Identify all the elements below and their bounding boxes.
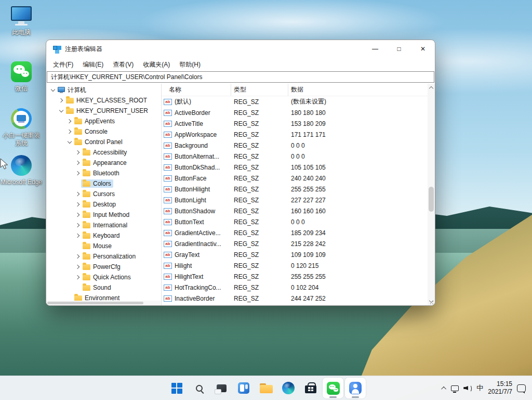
menu-item-v[interactable]: 查看(V) — [108, 58, 138, 71]
task-view-button[interactable] — [211, 378, 232, 398]
maximize-button[interactable]: □ — [387, 40, 411, 58]
menu-item-e[interactable]: 编辑(E) — [78, 58, 108, 71]
start-button[interactable] — [166, 378, 187, 398]
tree-item-keyboard[interactable]: Keyboard — [46, 230, 161, 241]
registry-value-row-inactiveborder[interactable]: abInactiveBorderREG_SZ244 247 252 — [162, 293, 428, 304]
chevron-right-icon[interactable] — [74, 224, 81, 227]
wechat-button[interactable] — [323, 378, 343, 398]
chevron-right-icon[interactable] — [74, 234, 81, 237]
chevron-right-icon[interactable] — [74, 255, 81, 258]
chevron-right-icon[interactable] — [74, 172, 81, 175]
title-bar[interactable]: 注册表编辑器 — □ ✕ — [46, 40, 435, 58]
registry-value-row-gradientinactiv[interactable]: abGradientInactiv...REG_SZ215 228 242 — [162, 238, 428, 249]
file-explorer-button[interactable] — [256, 378, 276, 398]
registry-value-row-buttonhilight[interactable]: abButtonHilightREG_SZ255 255 255 — [162, 184, 428, 195]
registry-value-row-gradientactive[interactable]: abGradientActive...REG_SZ185 209 234 — [162, 227, 428, 238]
widgets-button[interactable] — [233, 378, 254, 398]
registry-value-row-buttondkshad[interactable]: abButtonDkShad...REG_SZ105 105 105 — [162, 162, 428, 173]
chevron-right-icon[interactable] — [74, 192, 81, 196]
tree-item-hkey-classes-root[interactable]: HKEY_CLASSES_ROOT — [46, 95, 161, 106]
menu-item-f[interactable]: 文件(F) — [48, 58, 78, 71]
value-type: REG_SZ — [231, 164, 288, 171]
chevron-right-icon[interactable] — [74, 203, 81, 206]
registry-value-row-activeborder[interactable]: abActiveBorderREG_SZ180 180 180 — [162, 107, 428, 118]
registry-value-row-buttonalternat[interactable]: abButtonAlternat...REG_SZ0 0 0 — [162, 151, 428, 162]
tree-item-appearance[interactable]: Appearance — [46, 158, 161, 168]
column-header-name[interactable]: 名称 — [162, 84, 231, 96]
tree-item-international[interactable]: International — [46, 220, 161, 230]
menu-item-h[interactable]: 帮助(H) — [175, 58, 205, 71]
registry-value-row-node[interactable]: ab(默认)REG_SZ(数值未设置) — [162, 96, 428, 107]
tray-date: 2021/7/7 — [488, 388, 512, 396]
column-header-data[interactable]: 数据 — [288, 84, 428, 96]
chevron-right-icon[interactable] — [74, 265, 81, 268]
tree-item-mouse[interactable]: Mouse — [46, 241, 161, 251]
chevron-right-icon[interactable] — [58, 99, 64, 102]
tree-item-sound[interactable]: Sound — [46, 282, 161, 293]
chevron-down-icon[interactable] — [58, 110, 64, 112]
address-bar[interactable]: 计算机\HKEY_CURRENT_USER\Control Panel\Colo… — [47, 71, 434, 83]
registry-value-row-hilighttext[interactable]: abHilightTextREG_SZ255 255 255 — [162, 271, 428, 282]
reg-sz-string-icon: ab — [164, 175, 172, 182]
tree-item-cursors[interactable]: Cursors — [46, 189, 161, 199]
tree-item-input-method[interactable]: Input Method — [46, 210, 161, 220]
chevron-right-icon[interactable] — [66, 120, 73, 123]
scroll-up-icon[interactable] — [429, 86, 433, 91]
registry-value-row-hilight[interactable]: abHilightREG_SZ0 120 215 — [162, 260, 428, 271]
volume-icon[interactable] — [463, 384, 472, 392]
search-button[interactable] — [189, 378, 209, 398]
tree-item-powercfg[interactable]: PowerCfg — [46, 262, 161, 272]
clock[interactable]: 15:15 2021/7/7 — [488, 380, 512, 396]
tree-item-personalization[interactable]: Personalization — [46, 251, 161, 262]
horizontal-scrollbar[interactable] — [46, 301, 161, 305]
registry-value-row-background[interactable]: abBackgroundREG_SZ0 0 0 — [162, 140, 428, 151]
chevron-right-icon[interactable] — [74, 213, 81, 216]
wecom-button[interactable] — [345, 378, 366, 398]
registry-value-row-buttonlight[interactable]: abButtonLightREG_SZ227 227 227 — [162, 195, 428, 205]
chevron-right-icon[interactable] — [74, 276, 81, 279]
desktop-icon-xiaobai-reinstall[interactable]: 小白一键重装系统 — [0, 107, 43, 147]
notification-center-icon[interactable] — [517, 384, 526, 392]
resize-grip[interactable] — [428, 299, 433, 304]
tree-item-node[interactable]: 计算机 — [46, 85, 161, 95]
network-icon[interactable] — [451, 385, 459, 391]
registry-value-row-activetitle[interactable]: abActiveTitleREG_SZ153 180 209 — [162, 118, 428, 129]
edge-button[interactable] — [278, 378, 299, 398]
chevron-right-icon[interactable] — [74, 151, 81, 154]
hidden-icons-chevron-icon[interactable] — [441, 386, 446, 391]
computer-icon — [58, 87, 65, 92]
scrollbar-thumb[interactable] — [429, 187, 434, 212]
registry-value-row-hottrackingco[interactable]: abHotTrackingCo...REG_SZ0 102 204 — [162, 282, 428, 293]
tree-item-colors[interactable]: Colors — [46, 178, 161, 189]
registry-value-row-graytext[interactable]: abGrayTextREG_SZ109 109 109 — [162, 249, 428, 260]
store-button[interactable] — [300, 378, 321, 398]
tree-item-console[interactable]: Console — [46, 126, 161, 137]
address-bar-row: 计算机\HKEY_CURRENT_USER\Control Panel\Colo… — [46, 71, 435, 84]
registry-value-row-appworkspace[interactable]: abAppWorkspaceREG_SZ171 171 171 — [162, 129, 428, 140]
scrollbar-thumb[interactable] — [47, 302, 143, 304]
vertical-scrollbar[interactable] — [428, 84, 435, 305]
registry-value-row-buttontext[interactable]: abButtonTextREG_SZ0 0 0 — [162, 216, 428, 227]
close-button[interactable]: ✕ — [411, 40, 435, 58]
column-header-type[interactable]: 类型 — [231, 84, 288, 96]
chevron-right-icon[interactable] — [74, 161, 81, 164]
menu-item-a[interactable]: 收藏夹(A) — [138, 58, 175, 71]
chevron-down-icon[interactable] — [66, 141, 73, 143]
chevron-down-icon[interactable] — [49, 89, 56, 91]
registry-value-row-buttonshadow[interactable]: abButtonShadowREG_SZ160 160 160 — [162, 205, 428, 216]
desktop-icon-wechat[interactable]: 微信 — [0, 60, 43, 93]
tree-item-hkey-current-user[interactable]: HKEY_CURRENT_USER — [46, 106, 161, 116]
minimize-button[interactable]: — — [363, 40, 387, 58]
registry-value-row-buttonface[interactable]: abButtonFaceREG_SZ240 240 240 — [162, 173, 428, 184]
tree-item-appevents[interactable]: AppEvents — [46, 116, 161, 126]
value-name: ButtonHilight — [175, 186, 210, 193]
tree-item-control-panel[interactable]: Control Panel — [46, 137, 161, 147]
chevron-right-icon[interactable] — [66, 130, 73, 133]
ime-indicator[interactable]: 中 — [476, 383, 483, 393]
tree-item-bluetooth[interactable]: Bluetooth — [46, 168, 161, 178]
window-content: 计算机HKEY_CLASSES_ROOTHKEY_CURRENT_USERApp… — [46, 84, 435, 305]
tree-item-accessibility[interactable]: Accessibility — [46, 147, 161, 158]
desktop-icon-this-pc[interactable]: 此电脑 — [0, 4, 43, 36]
tree-item-desktop[interactable]: Desktop — [46, 199, 161, 210]
tree-item-quick-actions[interactable]: Quick Actions — [46, 272, 161, 282]
